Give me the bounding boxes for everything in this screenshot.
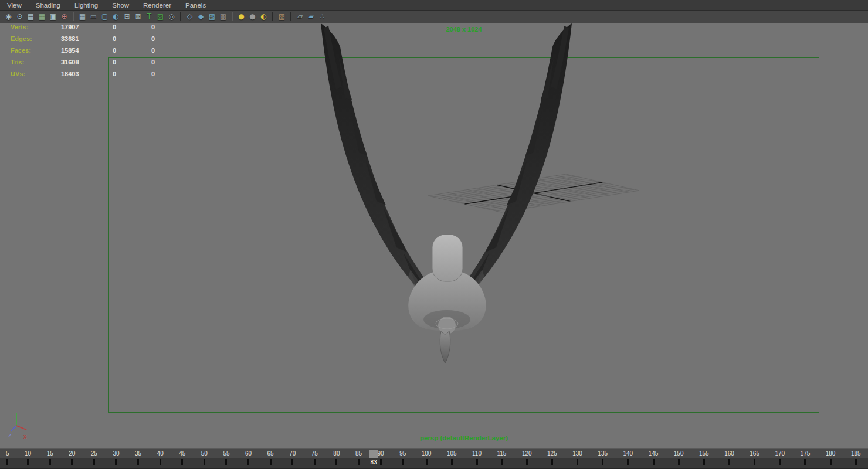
current-frame-label: 83 bbox=[369, 459, 378, 465]
xray-icon[interactable]: ▱ bbox=[295, 12, 305, 22]
timeline-tick-label: 75 bbox=[311, 449, 318, 458]
field-chart-icon[interactable]: ⊞ bbox=[122, 12, 132, 22]
menu-show[interactable]: Show bbox=[111, 1, 130, 9]
current-frame-handle[interactable] bbox=[369, 450, 378, 458]
timeline-tick[interactable]: 100 bbox=[422, 449, 432, 469]
smooth-shade-icon[interactable]: ◆ bbox=[196, 12, 206, 22]
timeline-tick[interactable]: 175 bbox=[801, 449, 811, 469]
safe-title-icon[interactable]: T bbox=[144, 12, 154, 22]
image-plane-icon[interactable]: ▣ bbox=[48, 12, 58, 22]
toolbar-group-shading: ◇◆▨▩ bbox=[185, 12, 228, 22]
timeline-tick-mark bbox=[71, 459, 73, 465]
default-light-icon[interactable]: ◐ bbox=[259, 12, 269, 22]
timeline-tick[interactable]: 180 bbox=[826, 449, 836, 469]
bird-tail bbox=[432, 235, 463, 281]
timeline-tick[interactable]: 110 bbox=[472, 449, 482, 469]
time-slider-track[interactable]: 5 10 15 20 25 30 bbox=[0, 449, 868, 469]
timeline-tick[interactable]: 115 bbox=[497, 449, 506, 469]
gate-mask-icon[interactable]: ◐ bbox=[111, 12, 121, 22]
timeline-tick[interactable]: 90 bbox=[378, 449, 384, 469]
z-axis-label: z bbox=[8, 431, 12, 439]
menu-panels[interactable]: Panels bbox=[184, 1, 207, 9]
timeline-tick[interactable]: 135 bbox=[598, 449, 608, 469]
lock-camera-icon[interactable]: ⊙ bbox=[15, 12, 25, 22]
textured-icon[interactable]: ▨ bbox=[207, 12, 217, 22]
camera-attributes-icon[interactable]: ▤ bbox=[26, 12, 36, 22]
perspective-viewport[interactable]: Verts: 17907 0 0 Edges: 33681 0 0 Faces:… bbox=[0, 23, 868, 448]
timeline-tick[interactable]: 145 bbox=[649, 449, 659, 469]
all-lights-icon[interactable]: ● bbox=[236, 12, 246, 22]
timeline-tick[interactable]: 160 bbox=[724, 449, 734, 469]
timeline-tick[interactable]: 185 bbox=[851, 449, 861, 469]
timeline-tick-label: 140 bbox=[623, 449, 633, 458]
timeline-tick[interactable]: 40 bbox=[157, 449, 164, 469]
bookmarks-icon[interactable]: ▦ bbox=[37, 12, 47, 22]
x-axis-label: x bbox=[23, 433, 27, 440]
timeline-tick[interactable]: 105 bbox=[447, 449, 457, 469]
safe-action-icon[interactable]: ⊠ bbox=[133, 12, 143, 22]
select-camera-icon[interactable]: ◉ bbox=[4, 12, 13, 22]
node-connections-icon[interactable]: ∴ bbox=[317, 12, 327, 22]
timeline-tick[interactable]: 130 bbox=[572, 449, 582, 469]
toolbar-group-isolate: ▧ bbox=[277, 12, 287, 22]
timeline-tick[interactable]: 120 bbox=[522, 449, 532, 469]
timeline-tick[interactable]: 70 bbox=[289, 449, 296, 469]
xray-joints-icon[interactable]: ▰ bbox=[306, 12, 316, 22]
menu-renderer[interactable]: Renderer bbox=[142, 1, 172, 9]
timeline-tick[interactable]: 60 bbox=[245, 449, 252, 469]
timeline-tick[interactable]: 95 bbox=[399, 449, 406, 469]
timeline-tick[interactable]: 55 bbox=[223, 449, 229, 469]
time-slider[interactable]: 5 10 15 20 25 30 bbox=[0, 448, 868, 469]
resolution-gate-icon[interactable]: ▢ bbox=[100, 12, 110, 22]
no-lights-icon[interactable]: ● bbox=[247, 12, 257, 22]
timeline-tick-label: 115 bbox=[497, 449, 506, 458]
timeline-tick-label: 175 bbox=[801, 449, 811, 458]
hud-stat-col3: 0 bbox=[151, 56, 190, 68]
timeline-tick-mark bbox=[49, 459, 51, 465]
timeline-tick-label: 40 bbox=[157, 449, 164, 458]
timeline-tick-label: 50 bbox=[201, 449, 208, 458]
checker-icon[interactable]: ▩ bbox=[218, 12, 228, 22]
timeline-tick[interactable]: 65 bbox=[267, 449, 274, 469]
timeline-tick[interactable]: 50 bbox=[201, 449, 208, 469]
timeline-tick[interactable]: 155 bbox=[699, 449, 709, 469]
timeline-tick[interactable]: 85 bbox=[355, 449, 362, 469]
timeline-tick[interactable]: 45 bbox=[179, 449, 185, 469]
isolate-select-icon[interactable]: ▧ bbox=[277, 12, 287, 22]
timeline-tick[interactable]: 170 bbox=[775, 449, 785, 469]
texture-view-icon[interactable]: ▨ bbox=[155, 12, 165, 22]
timeline-tick[interactable]: 165 bbox=[750, 449, 760, 469]
timeline-tick[interactable]: 35 bbox=[135, 449, 141, 469]
timeline-tick[interactable]: 150 bbox=[674, 449, 684, 469]
timeline-tick-label: 10 bbox=[25, 449, 31, 458]
film-gate-icon[interactable]: ▭ bbox=[89, 12, 99, 22]
timeline-tick[interactable]: 75 bbox=[311, 449, 318, 469]
hud-stat-total: 31608 bbox=[61, 56, 113, 68]
timeline-tick[interactable]: 20 bbox=[69, 449, 75, 469]
snapshot-icon[interactable]: ◎ bbox=[167, 12, 177, 22]
timeline-tick[interactable]: 140 bbox=[623, 449, 633, 469]
current-frame-marker[interactable]: 83 bbox=[369, 450, 378, 465]
pan-zoom-icon[interactable]: ⊕ bbox=[59, 12, 69, 22]
menu-view[interactable]: View bbox=[6, 1, 23, 9]
menu-shading[interactable]: Shading bbox=[35, 1, 62, 9]
grid-icon[interactable]: ▦ bbox=[77, 12, 87, 22]
timeline-tick[interactable]: 10 bbox=[25, 449, 31, 469]
timeline-tick[interactable]: 25 bbox=[91, 449, 97, 469]
wireframe-icon[interactable]: ◇ bbox=[185, 12, 195, 22]
timeline-tick[interactable]: 15 bbox=[47, 449, 53, 469]
timeline-tick-mark bbox=[678, 459, 680, 465]
menu-lighting[interactable]: Lighting bbox=[73, 1, 99, 9]
timeline-tick-mark bbox=[160, 459, 161, 465]
timeline-tick[interactable]: 30 bbox=[113, 449, 119, 469]
timeline-tick[interactable]: 5 bbox=[6, 449, 9, 469]
timeline-tick[interactable]: 125 bbox=[547, 449, 557, 469]
viewport-canvas[interactable] bbox=[0, 23, 868, 448]
timeline-tick-label: 185 bbox=[851, 449, 861, 458]
toolbar-group-xray: ▱▰∴ bbox=[295, 12, 327, 22]
timeline-tick-mark bbox=[314, 459, 316, 465]
timeline-tick-mark bbox=[728, 459, 730, 465]
panel-menu-bar: View Shading Lighting Show Renderer Pane… bbox=[0, 0, 868, 11]
timeline-tick-label: 150 bbox=[674, 449, 684, 458]
timeline-tick[interactable]: 80 bbox=[333, 449, 340, 469]
